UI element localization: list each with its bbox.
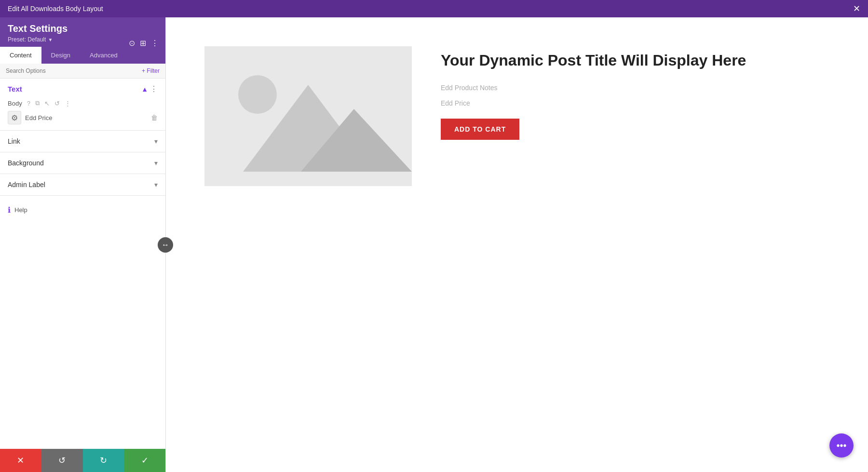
background-section-left: Background <box>8 159 44 167</box>
background-section-title: Background <box>8 159 44 167</box>
help-circle-icon: ℹ <box>8 205 11 215</box>
link-collapse-icon[interactable]: ▾ <box>154 137 158 145</box>
text-section: Text ▲ ⋮ Body ? ⧉ ↖ ↺ ⋮ <box>0 79 165 131</box>
edd-price-label: Edd Price <box>25 114 147 121</box>
undo-button[interactable]: ↺ <box>41 449 83 472</box>
search-input[interactable] <box>6 67 142 74</box>
close-button[interactable]: ✕ <box>853 3 860 14</box>
admin-label-section-left: Admin Label <box>8 181 45 189</box>
product-details: Your Dynamic Post Title Will Display Her… <box>441 46 829 140</box>
link-section-left: Link <box>8 137 20 145</box>
confirm-button[interactable]: ✓ <box>124 449 165 472</box>
resize-handle[interactable]: ↔ <box>158 237 173 253</box>
help-text: Help <box>14 206 27 214</box>
sidebar-content: Text ▲ ⋮ Body ? ⧉ ↖ ↺ ⋮ <box>0 79 165 449</box>
undo-icon[interactable]: ↺ <box>54 100 60 107</box>
preview-content: Your Dynamic Post Title Will Display Her… <box>166 17 868 215</box>
text-collapse-icon[interactable]: ▲ <box>141 85 148 93</box>
gear-icon: ⚙ <box>11 113 18 122</box>
admin-label-section-title: Admin Label <box>8 181 45 189</box>
body-label: Body <box>8 100 22 107</box>
add-to-cart-button[interactable]: ADD TO CART <box>441 119 519 140</box>
link-section: Link ▾ <box>0 131 165 152</box>
search-bar: + Filter <box>0 64 165 79</box>
product-notes: Edd Product Notes <box>441 84 829 92</box>
help-icon[interactable]: ? <box>27 100 30 107</box>
main-layout: Text Settings Preset: Default ▼ ⊙ ⊞ ⋮ Co… <box>0 17 868 472</box>
placeholder-image <box>204 46 412 186</box>
tabs: Content Design Advanced <box>0 47 165 64</box>
tab-design[interactable]: Design <box>41 47 80 64</box>
redo-button[interactable]: ↻ <box>83 449 124 472</box>
preview-area: Your Dynamic Post Title Will Display Her… <box>166 17 868 472</box>
tab-content[interactable]: Content <box>0 47 41 64</box>
bottom-toolbar: ✕ ↺ ↻ ✓ <box>0 449 165 472</box>
cursor-icon[interactable]: ↖ <box>44 100 50 107</box>
product-title: Your Dynamic Post Title Will Display Her… <box>441 51 829 69</box>
copy-icon[interactable]: ⧉ <box>35 99 40 107</box>
text-section-header: Text ▲ ⋮ <box>0 79 165 97</box>
top-bar: Edit All Downloads Body Layout ✕ <box>0 0 868 17</box>
body-row: Body ? ⧉ ↖ ↺ ⋮ <box>0 97 165 111</box>
link-section-title: Link <box>8 137 20 145</box>
edd-price-delete-icon[interactable]: 🗑 <box>151 114 158 121</box>
background-collapse-icon[interactable]: ▾ <box>154 159 158 167</box>
floating-options-button[interactable]: ••• <box>829 433 854 458</box>
more-options-button[interactable]: ⋮ <box>151 39 159 48</box>
columns-button[interactable]: ⊞ <box>140 39 146 48</box>
background-section-header[interactable]: Background ▾ <box>0 152 165 174</box>
text-section-controls: ▲ ⋮ <box>141 84 158 94</box>
filter-button[interactable]: + Filter <box>142 67 160 74</box>
svg-point-3 <box>238 75 277 114</box>
background-section: Background ▾ <box>0 152 165 174</box>
focus-mode-button[interactable]: ⊙ <box>129 39 135 48</box>
preset-dropdown-icon[interactable]: ▼ <box>48 37 53 42</box>
edd-price-settings-button[interactable]: ⚙ <box>8 111 21 124</box>
admin-label-section-header[interactable]: Admin Label ▾ <box>0 174 165 195</box>
settings-title: Text Settings <box>8 23 158 34</box>
more-options-icon[interactable]: ⋮ <box>65 100 71 107</box>
product-price: Edd Price <box>441 99 829 107</box>
cancel-button[interactable]: ✕ <box>0 449 41 472</box>
text-section-title: Text <box>8 85 22 93</box>
edd-price-row: ⚙ Edd Price 🗑 <box>0 111 165 130</box>
link-section-header[interactable]: Link ▾ <box>0 131 165 152</box>
admin-label-section: Admin Label ▾ <box>0 174 165 196</box>
text-more-options-icon[interactable]: ⋮ <box>150 84 158 94</box>
tab-advanced[interactable]: Advanced <box>80 47 127 64</box>
admin-label-collapse-icon[interactable]: ▾ <box>154 181 158 189</box>
sidebar: Text Settings Preset: Default ▼ ⊙ ⊞ ⋮ Co… <box>0 17 166 472</box>
help-section: ℹ Help <box>0 196 165 224</box>
top-bar-title: Edit All Downloads Body Layout <box>8 5 103 13</box>
settings-icons: ⊙ ⊞ ⋮ <box>129 39 159 48</box>
